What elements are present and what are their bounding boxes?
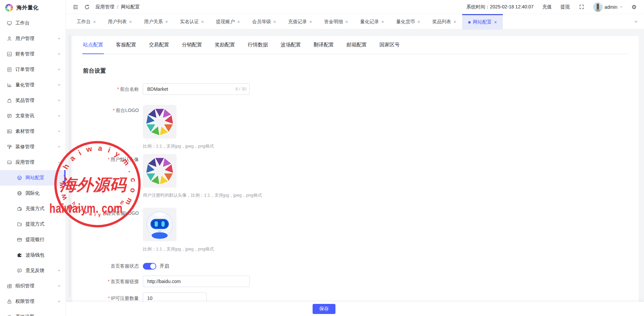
user-menu[interactable]: admin [593, 2, 623, 12]
tab-label: 实名认证 [180, 19, 199, 25]
chevron-down-icon [57, 284, 61, 288]
chevron-down-icon [57, 37, 61, 40]
refresh-icon[interactable] [84, 4, 90, 10]
sidebar-item-finance[interactable]: 财务管理 [0, 46, 66, 62]
sidebar-item-users[interactable]: 用户管理 [0, 31, 66, 46]
sidebar-item-articles[interactable]: 文章资讯 [0, 108, 66, 124]
close-icon[interactable]: × [309, 19, 312, 24]
sidebar-item-organization[interactable]: 组织管理 [0, 278, 66, 294]
sidebar-item-label: 国际化 [26, 190, 61, 196]
close-icon[interactable]: × [93, 19, 96, 24]
scrollbar-track[interactable] [69, 34, 71, 298]
default-avatar-upload[interactable] [143, 154, 176, 188]
tab-user-list[interactable]: 用户列表× [102, 14, 138, 29]
sidebar-item-apps[interactable]: 应用管理 [0, 155, 66, 170]
subtab-service-config[interactable]: 客服配置 [115, 36, 137, 54]
service-logo-row: *首页客服LOGO 比例：1:1，支持jpg，jpeg，png格式 [82, 208, 629, 252]
sidebar-item-material[interactable]: 素材管理 [0, 124, 66, 139]
tab-label: 提现账户 [216, 19, 235, 25]
sidebar-item-site-config[interactable]: 网站配置 [0, 170, 66, 186]
close-icon[interactable]: × [381, 19, 384, 24]
close-icon[interactable]: × [201, 19, 204, 24]
service-status-toggle[interactable] [143, 263, 156, 270]
required-asterisk: * [117, 86, 119, 92]
sidebar-item-tron-wallet[interactable]: 波场钱包 [0, 247, 66, 263]
field-label: *用户默认头像 [82, 154, 143, 163]
tab-label: 充值记录 [288, 19, 307, 25]
default-avatar-image [145, 156, 175, 186]
tab-user-relations[interactable]: 用户关系× [138, 14, 174, 29]
subtab-reward-config[interactable]: 奖励配置 [214, 36, 236, 54]
sidebar-item-orders[interactable]: 订单管理 [0, 62, 66, 77]
lock-icon [7, 299, 12, 304]
sidebar-item-withdraw-method[interactable]: 提现方式 [0, 216, 66, 232]
close-icon[interactable]: × [129, 19, 132, 24]
service-logo-upload[interactable] [143, 208, 176, 241]
speech-lines-icon [7, 113, 12, 119]
breadcrumb-section[interactable]: 应用管理 [95, 4, 114, 10]
tab-withdraw-accounts[interactable]: 提现账户× [210, 14, 246, 29]
sidebar-item-label: 提现银行 [26, 237, 61, 243]
sidebar-item-i18n[interactable]: 国际化 [0, 186, 66, 201]
sidebar-item-permissions[interactable]: 权限管理 [0, 294, 66, 309]
service-link-row: *首页客服链接 [82, 276, 629, 287]
service-link-input[interactable] [143, 276, 250, 287]
username: admin [605, 4, 617, 10]
settings-gear-icon[interactable]: ⚙ [632, 4, 637, 10]
withdraw-link[interactable]: 提现 [561, 4, 570, 10]
subtab-country-code[interactable]: 国家区号 [379, 36, 400, 54]
sidebar-item-prize[interactable]: 奖品管理 [0, 93, 66, 108]
tab-member-levels[interactable]: 会员等级× [246, 14, 282, 29]
subtab-tron-config[interactable]: 波场配置 [280, 36, 301, 54]
fullscreen-icon[interactable] [579, 4, 585, 10]
tab-quant-currency[interactable]: 量化货币× [390, 14, 426, 29]
sidebar-item-system-settings[interactable]: 系统设置 [0, 309, 66, 316]
sidebar-item-feedback[interactable]: 意见反馈 [0, 263, 66, 278]
subtab-distribution-config[interactable]: 分销配置 [181, 36, 203, 54]
close-icon[interactable]: × [273, 19, 276, 24]
collapse-sidebar-icon[interactable] [73, 4, 79, 10]
sidebar-item-decorate[interactable]: 装修管理 [0, 139, 66, 155]
tab-list-dropdown[interactable] [628, 14, 644, 29]
close-icon[interactable]: × [165, 19, 168, 24]
close-icon[interactable]: × [453, 19, 456, 24]
close-icon[interactable]: × [345, 19, 348, 24]
tab-quant-records[interactable]: 量化记录× [354, 14, 390, 29]
close-icon[interactable]: × [494, 20, 497, 25]
config-subtabs: 站点配置 客服配置 交易配置 分销配置 奖励配置 行情数据 波场配置 翻译配置 … [82, 36, 629, 54]
close-icon[interactable]: × [237, 19, 240, 24]
wallet-arrow-icon [17, 206, 22, 211]
close-icon[interactable]: × [417, 19, 420, 24]
tab-label: 用户关系 [144, 19, 163, 25]
tab-label: 量化货币 [396, 19, 415, 25]
sidebar-item-withdraw-bank[interactable]: 提现银行 [0, 232, 66, 247]
subtab-mail-config[interactable]: 邮箱配置 [346, 36, 367, 54]
tab-label: 用户列表 [108, 19, 127, 25]
subtab-site-config[interactable]: 站点配置 [82, 36, 104, 54]
app-card-icon [7, 160, 12, 165]
subtab-market-data[interactable]: 行情数据 [247, 36, 269, 54]
subtab-translate-config[interactable]: 翻译配置 [313, 36, 334, 54]
subtab-trade-config[interactable]: 交易配置 [148, 36, 170, 54]
breadcrumb-separator: / [117, 4, 118, 10]
breadcrumb-page: 网站配置 [121, 4, 140, 10]
chevron-down-icon [57, 300, 61, 303]
recharge-link[interactable]: 充值 [542, 4, 552, 10]
site-logo-upload[interactable] [143, 105, 176, 139]
tab-prize-list[interactable]: 奖品列表× [426, 14, 462, 29]
tab-real-name-auth[interactable]: 实名认证× [174, 14, 210, 29]
tab-workbench[interactable]: 工作台× [71, 14, 102, 29]
sidebar-item-recharge-method[interactable]: 充值方式 [0, 201, 66, 216]
sidebar-item-label: 订单管理 [15, 67, 57, 73]
tab-fund-details[interactable]: 资金明细× [318, 14, 354, 29]
sidebar-item-quant[interactable]: 量化管理 [0, 77, 66, 93]
save-button[interactable]: 保存 [313, 304, 335, 314]
tab-recharge-records[interactable]: 充值记录× [282, 14, 318, 29]
site-settings-form: 前台设置 *前台名称 8 / 30 *前台LOGO [82, 54, 629, 304]
breadcrumb: 应用管理 / 网站配置 [95, 4, 140, 10]
site-name-input[interactable] [143, 83, 250, 95]
sidebar-item-label: 提现方式 [26, 221, 61, 227]
bank-card-icon [17, 237, 22, 242]
sidebar-item-workbench[interactable]: 工作台 [0, 15, 66, 31]
tab-site-config-active[interactable]: 网站配置× [462, 14, 503, 29]
